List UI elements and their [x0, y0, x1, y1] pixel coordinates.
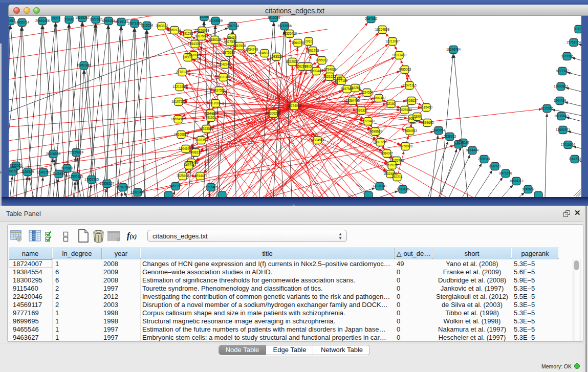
svg-text:7386322: 7386322: [355, 108, 368, 112]
svg-text:14136141: 14136141: [373, 184, 387, 188]
svg-text:12093822: 12093822: [554, 84, 569, 88]
svg-text:10120746: 10120746: [389, 159, 404, 162]
svg-text:9961758: 9961758: [307, 49, 319, 52]
svg-text:20691406: 20691406: [35, 19, 50, 23]
svg-text:5875685: 5875685: [223, 51, 235, 54]
svg-text:14055714: 14055714: [15, 20, 30, 24]
svg-text:39159: 39159: [9, 169, 17, 173]
svg-text:2803144: 2803144: [217, 75, 230, 79]
svg-text:1167533: 1167533: [569, 157, 581, 161]
svg-text:12975115: 12975115: [402, 83, 417, 87]
svg-text:9777169: 9777169: [335, 79, 348, 82]
svg-text:1527602: 1527602: [90, 17, 102, 21]
svg-text:1621022: 1621022: [323, 75, 336, 78]
svg-text:16654966: 16654966: [171, 117, 186, 121]
svg-text:15751074: 15751074: [567, 40, 581, 44]
svg-text:917006: 917006: [210, 101, 221, 105]
svg-text:7515524: 7515524: [141, 24, 154, 27]
svg-text:2935114: 2935114: [478, 157, 491, 161]
svg-text:16107552: 16107552: [171, 100, 186, 103]
svg-text:7625402: 7625402: [177, 174, 189, 178]
svg-text:1615152: 1615152: [386, 163, 399, 167]
svg-text:8322037: 8322037: [286, 60, 299, 63]
svg-text:6871: 6871: [455, 142, 463, 146]
svg-text:8813054: 8813054: [268, 16, 280, 19]
svg-text:19377: 19377: [51, 16, 60, 20]
svg-text:8990448: 8990448: [310, 69, 323, 73]
svg-text:10688609: 10688609: [368, 129, 383, 133]
svg-text:17016504: 17016504: [561, 143, 576, 146]
svg-text:19218506: 19218506: [277, 24, 292, 28]
svg-text:9115460: 9115460: [420, 105, 433, 109]
svg-text:140994: 140994: [183, 163, 194, 167]
svg-text:9130: 9130: [207, 116, 215, 119]
svg-text:20557: 20557: [9, 19, 15, 23]
svg-text:9474444: 9474444: [466, 148, 479, 152]
svg-text:7632621: 7632621: [489, 164, 502, 168]
svg-text:8335061: 8335061: [10, 164, 23, 167]
svg-text:10756928: 10756928: [398, 144, 413, 148]
svg-text:7357224: 7357224: [227, 24, 239, 28]
svg-text:8471676: 8471676: [499, 171, 512, 175]
svg-text:12213389: 12213389: [172, 85, 187, 89]
svg-text:12923446: 12923446: [130, 190, 145, 194]
svg-text:8878352: 8878352: [195, 138, 208, 142]
svg-text:20053346: 20053346: [77, 63, 92, 67]
svg-text:19166829: 19166829: [174, 133, 189, 136]
svg-text:16154808: 16154808: [375, 28, 390, 31]
svg-text:9327503: 9327503: [195, 34, 208, 38]
svg-text:1640954: 1640954: [432, 128, 445, 132]
svg-text:9245652: 9245652: [522, 187, 535, 191]
svg-text:16914479: 16914479: [193, 174, 208, 178]
svg-text:1145194: 1145194: [53, 172, 66, 176]
svg-text:1588520: 1588520: [270, 55, 283, 58]
svg-text:891295: 891295: [182, 32, 193, 35]
svg-text:11122: 11122: [575, 27, 581, 31]
svg-text:23364436: 23364436: [345, 99, 360, 102]
svg-text:16208: 16208: [200, 16, 209, 18]
svg-text:8454749: 8454749: [246, 48, 258, 51]
svg-text:17957255: 17957255: [84, 178, 99, 181]
svg-text:19654923: 19654923: [403, 129, 418, 133]
svg-text:18724007: 18724007: [287, 104, 302, 107]
svg-text:7890: 7890: [413, 115, 421, 118]
svg-text:15226058: 15226058: [195, 29, 210, 32]
svg-text:9227342: 9227342: [556, 69, 569, 73]
svg-text:9146821: 9146821: [258, 51, 271, 55]
svg-text:9457791: 9457791: [169, 184, 182, 188]
svg-text:16046798: 16046798: [179, 147, 193, 150]
svg-text:19384554: 19384554: [310, 138, 325, 142]
svg-text:16543362: 16543362: [188, 42, 203, 46]
svg-text:6966160: 6966160: [102, 19, 115, 23]
svg-text:9527508: 9527508: [224, 40, 237, 43]
svg-text:12213967: 12213967: [385, 39, 400, 43]
svg-text:10655267: 10655267: [75, 16, 90, 19]
svg-text:18300293: 18300293: [266, 112, 281, 115]
svg-text:10807487: 10807487: [372, 96, 386, 100]
svg-text:8427552: 8427552: [213, 89, 226, 92]
svg-text:1733426: 1733426: [397, 187, 409, 191]
svg-text:10671385: 10671385: [127, 21, 142, 25]
svg-text:10958107: 10958107: [100, 182, 115, 185]
svg-text:8215955: 8215955: [541, 106, 554, 110]
svg-text:12942757: 12942757: [36, 170, 51, 174]
svg-text:8915: 8915: [304, 64, 312, 68]
svg-text:9975867: 9975867: [61, 166, 74, 170]
svg-text:10973493: 10973493: [392, 53, 407, 57]
svg-text:15716485: 15716485: [204, 185, 219, 189]
svg-text:7485063: 7485063: [399, 68, 411, 71]
svg-text:15465: 15465: [227, 36, 236, 39]
svg-text:16033809: 16033809: [208, 19, 223, 23]
svg-text:2010: 2010: [305, 39, 313, 43]
svg-text:12505135: 12505135: [69, 174, 83, 178]
svg-text:2867608: 2867608: [233, 44, 246, 48]
svg-text:16782759: 16782759: [116, 185, 130, 189]
svg-text:9242848: 9242848: [219, 62, 231, 66]
svg-text:1664039: 1664039: [292, 41, 304, 45]
svg-text:17359924: 17359924: [69, 150, 84, 154]
svg-text:9899695: 9899695: [421, 121, 434, 124]
svg-text:12353594: 12353594: [199, 127, 214, 130]
svg-text:98901: 98901: [183, 55, 192, 59]
svg-text:10719185: 10719185: [114, 20, 129, 24]
svg-text:1244419: 1244419: [554, 99, 567, 102]
